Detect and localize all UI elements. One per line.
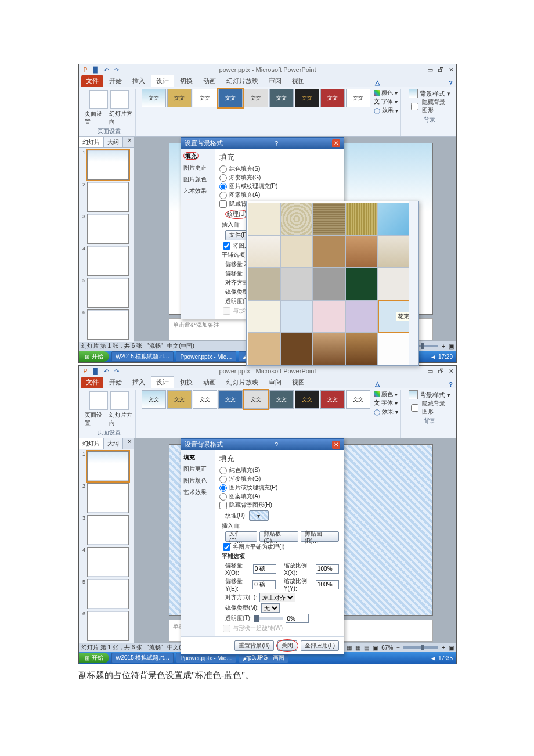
zoom-out-button[interactable]: − [396,645,400,651]
tab-slideshow[interactable]: 幻灯片放映 [222,75,263,87]
tab-file[interactable]: 文件 [81,377,103,388]
view-reading-icon[interactable]: ▤ [364,645,369,651]
slide-thumbnail[interactable] [87,451,129,481]
texture-swatch-bouquet[interactable]: 花束 [378,300,410,333]
save-icon[interactable]: ▉ [92,367,100,375]
theme-swatch[interactable]: 文文 [244,390,268,409]
clipboard-button[interactable]: 剪贴板(C)… [259,531,298,542]
theme-swatch[interactable]: 文文 [193,390,217,409]
restore-button[interactable]: 🗗 [438,66,444,74]
slide-thumbnail[interactable] [87,547,129,577]
nav-picture-corrections[interactable]: 图片更正 [183,164,212,172]
texture-swatch[interactable] [313,203,345,235]
theme-swatch[interactable]: 文文 [167,89,192,107]
theme-swatch[interactable]: 文文 [320,390,345,409]
side-close-button[interactable]: ✕ [125,137,134,147]
theme-swatch[interactable]: 文文 [295,390,319,409]
tab-animations[interactable]: 动画 [199,377,221,388]
nav-artistic-effects[interactable]: 艺术效果 [183,488,212,496]
slide-thumbnail[interactable] [87,278,129,308]
tab-home[interactable]: 开始 [104,377,127,388]
opt-solid[interactable]: 纯色填充(S) [219,466,339,474]
texture-swatch[interactable] [345,300,378,333]
dialog-close-button[interactable]: ✕ [332,139,340,147]
theme-swatch[interactable]: 文文 [244,89,268,107]
zoom-in-button[interactable]: + [442,343,445,350]
tab-insert[interactable]: 插入 [128,377,150,388]
help-icon[interactable]: ? [445,80,456,87]
redo-icon[interactable]: ↷ [113,367,121,375]
dialog-help-icon[interactable]: ? [275,140,278,147]
tray-icon[interactable]: ◄ [430,354,436,360]
texture-swatch[interactable] [280,333,313,365]
texture-swatch[interactable] [313,333,345,365]
nav-picture-color[interactable]: 图片颜色 [183,477,212,485]
save-icon[interactable]: ▉ [92,66,100,74]
close-dialog-button[interactable]: 关闭 [277,640,297,651]
transparency-slider[interactable] [254,617,283,620]
tab-design[interactable]: 设计 [151,75,174,87]
texture-swatch[interactable] [345,268,378,300]
undo-icon[interactable]: ↶ [102,66,110,74]
taskbar-item[interactable]: P power.pptx - Mic… [176,351,236,362]
theme-swatch[interactable]: 文文 [295,89,319,107]
theme-swatch[interactable]: 文文 [142,89,166,107]
theme-swatch[interactable]: 文文 [269,89,294,107]
texture-swatch[interactable] [345,333,378,365]
slide-orientation-button[interactable] [110,391,129,410]
tab-design[interactable]: 设计 [151,376,174,388]
dialog-title-bar[interactable]: 设置背景格式 ? ✕ [181,138,344,149]
tab-animations[interactable]: 动画 [199,75,221,87]
scale-x-input[interactable] [316,564,339,574]
tile-checkbox[interactable]: 将图片平铺为纹理(I) [223,543,339,551]
dialog-close-button[interactable]: ✕ [332,441,340,449]
opt-picture-texture[interactable]: 图片或纹理填充(P) [219,182,339,190]
nav-picture-color[interactable]: 图片颜色 [183,175,212,183]
slide-thumbnail[interactable] [87,150,129,180]
undo-icon[interactable]: ↶ [102,367,110,375]
opt-gradient[interactable]: 渐变填充(G) [219,475,339,483]
texture-swatch[interactable] [248,235,280,268]
side-close-button[interactable]: ✕ [125,438,134,449]
tab-home[interactable]: 开始 [104,75,127,87]
texture-swatch[interactable] [248,268,280,300]
tab-review[interactable]: 审阅 [264,377,286,388]
dialog-title-bar[interactable]: 设置背景格式 ? ✕ [181,439,344,450]
slide-thumbnail[interactable] [87,182,129,212]
offset-y-input[interactable] [252,580,276,589]
texture-swatch[interactable] [280,235,313,268]
texture-swatch[interactable] [345,235,378,268]
texture-swatch[interactable] [248,333,280,365]
slide-thumbnail[interactable] [87,483,129,513]
nav-picture-corrections[interactable]: 图片更正 [183,465,212,473]
fonts-dropdown[interactable]: 文字体 ▾ [374,399,398,407]
page-setup-button[interactable] [89,391,108,410]
view-slideshow-icon[interactable]: ▣ [373,645,378,651]
minimize-button[interactable]: ▭ [427,368,433,375]
opt-hide-bg[interactable]: 隐藏背景图形(H) [219,501,339,509]
start-button[interactable]: ⊞开始 [79,351,109,362]
theme-swatch[interactable]: 文文 [346,390,370,409]
slide-thumbnail[interactable] [87,515,129,545]
texture-swatch[interactable] [378,235,410,268]
tab-slideshow[interactable]: 幻灯片放映 [222,377,263,388]
ribbon-minimize-icon[interactable]: △ [371,79,383,87]
status-lang[interactable]: 中文(中国) [167,342,194,350]
fit-to-window-button[interactable]: ▣ [449,343,454,350]
theme-swatch[interactable]: 文文 [320,89,345,107]
tab-transitions[interactable]: 切换 [175,75,197,87]
tab-view[interactable]: 视图 [287,75,309,87]
side-tab-slides[interactable]: 幻灯片 [79,438,104,449]
redo-icon[interactable]: ↷ [113,66,121,74]
fonts-dropdown[interactable]: 文字体 ▾ [374,98,398,106]
theme-swatch[interactable]: 文文 [346,89,370,107]
start-button[interactable]: ⊞开始 [79,653,109,663]
view-normal-icon[interactable]: ▦ [347,645,352,651]
theme-swatch[interactable]: 文文 [193,89,217,107]
slide-thumbnail[interactable] [87,579,129,609]
file-button[interactable]: 文件(F)… [225,531,257,542]
theme-swatch[interactable]: 文文 [269,390,294,409]
texture-dropdown-button[interactable]: ▾ [249,510,269,521]
slide-orientation-button[interactable] [110,90,129,109]
texture-swatch[interactable] [280,268,313,300]
